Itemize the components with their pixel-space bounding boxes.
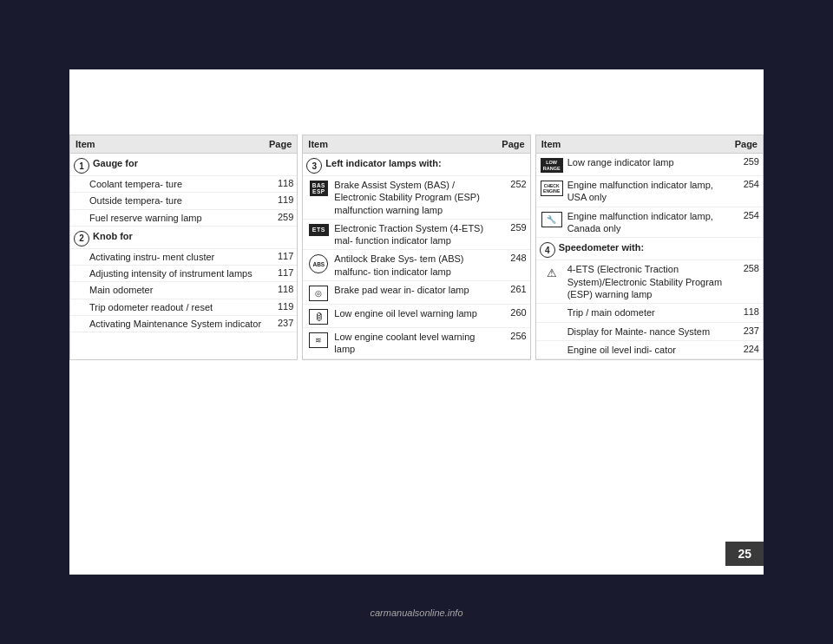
bas-esp-row: BASESP Brake Assist System (BAS) / Elect… xyxy=(303,176,529,220)
knob-main-odo-row: Main odometer 118 xyxy=(70,282,297,299)
gauge-fuel-page: 259 xyxy=(263,212,293,222)
brake-pad-page: 261 xyxy=(496,284,527,294)
engine-canada-label: Engine malfunction indicator lamp, Canad… xyxy=(567,210,729,235)
ets-row: ETS Electronic Traction System (4-ETS) m… xyxy=(303,220,529,251)
coolant-row: ≋ Low engine coolant level warning lamp … xyxy=(303,328,529,359)
gauge-fuel-row: Fuel reserve warning lamp 259 xyxy=(70,210,297,227)
knob-adjusting-label: Adjusting intensity of instrument lamps xyxy=(89,267,263,279)
oil-level-row: 🛢 Low engine oil level warning lamp 260 xyxy=(303,305,529,328)
oil-level-icon: 🛢 xyxy=(306,307,331,325)
display-maint-row: Display for Mainte- nance System 237 xyxy=(536,323,763,341)
trip-main-row: Trip / main odometer 118 xyxy=(536,304,763,322)
gauge-outside-label: Outside tempera- ture xyxy=(89,194,263,207)
knob-maint-row: Activating Maintenance System indicator … xyxy=(70,316,297,332)
knob-trip-odo-row: Trip odometer readout / reset 119 xyxy=(70,299,297,316)
check-engine-usa-icon: CHECKENGINE xyxy=(540,179,564,196)
coolant-icon: ≋ xyxy=(306,331,331,348)
four-ets-page: 258 xyxy=(729,263,759,273)
section3-title: Left indicator lamps with: xyxy=(325,157,495,169)
eng-oil-level-row: Engine oil level indi- cator 224 xyxy=(536,341,763,359)
section4-title: Speedometer with: xyxy=(559,241,729,253)
check-engine-usa-label: Engine malfunction indicator lamp, USA o… xyxy=(567,179,729,204)
gauge-coolant-label: Coolant tempera- ture xyxy=(89,178,263,190)
eng-oil-level-label: Engine oil level indi- cator xyxy=(567,344,729,356)
section2-number: 2 xyxy=(74,231,89,246)
gauge-outside-row: Outside tempera- ture 119 xyxy=(70,193,297,209)
eng-oil-level-page: 224 xyxy=(729,344,759,354)
section3-title-row: 3 Left indicator lamps with: xyxy=(303,154,529,176)
knob-activating-label: Activating instru- ment cluster xyxy=(89,251,263,263)
four-ets-label: 4-ETS (Electronic Traction System)/Elect… xyxy=(567,263,729,300)
knob-maint-page: 237 xyxy=(263,318,293,328)
coolant-page: 256 xyxy=(496,331,527,341)
col3-header: Item Page xyxy=(536,135,763,154)
knob-activating-page: 117 xyxy=(263,251,293,261)
bas-esp-page: 252 xyxy=(496,179,527,189)
brake-pad-icon: ◎ xyxy=(306,284,331,301)
page-number: 25 xyxy=(725,542,764,566)
section1-title-row: 1 Gauge for xyxy=(70,154,297,176)
check-engine-usa-row: CHECKENGINE Engine malfunction indicator… xyxy=(536,176,763,207)
col1-page-header: Page xyxy=(261,139,292,149)
table-col3: Item Page LOWRANGE Low range indicator l… xyxy=(535,135,764,360)
section4-title-row: 4 Speedometer with: xyxy=(536,238,763,260)
display-maint-label: Display for Mainte- nance System xyxy=(567,325,729,338)
bas-esp-label: Brake Assist System (BAS) / Electronic S… xyxy=(334,179,495,216)
display-maint-page: 237 xyxy=(729,325,759,336)
low-range-label: Low range indicator lamp xyxy=(567,156,729,168)
brake-pad-label: Brake pad wear in- dicator lamp xyxy=(334,284,495,296)
trip-main-label: Trip / main odometer xyxy=(567,306,729,319)
page-number-value: 25 xyxy=(738,547,751,561)
col2-page-header: Page xyxy=(495,139,525,149)
trip-main-page: 118 xyxy=(729,306,759,317)
knob-main-odo-label: Main odometer xyxy=(89,284,263,296)
low-range-row: LOWRANGE Low range indicator lamp 259 xyxy=(536,154,763,176)
abs-label: Antilock Brake Sys- tem (ABS) malfunc- t… xyxy=(334,253,495,278)
ets-label: Electronic Traction System (4-ETS) mal- … xyxy=(334,222,495,247)
knob-adjusting-page: 117 xyxy=(263,267,293,278)
four-ets-icon: ⚠ xyxy=(540,263,564,280)
gauge-coolant-row: Coolant tempera- ture 118 xyxy=(70,176,297,193)
trip-main-icon xyxy=(540,306,564,308)
check-engine-usa-page: 254 xyxy=(729,179,759,189)
section3-number: 3 xyxy=(306,158,322,174)
section1-number: 1 xyxy=(74,158,89,174)
section1-title: Gauge for xyxy=(93,157,263,169)
abs-icon: ABS xyxy=(306,253,331,273)
ets-page: 259 xyxy=(496,222,527,233)
knob-trip-odo-page: 119 xyxy=(263,301,293,312)
oil-level-page: 260 xyxy=(496,307,527,318)
engine-canada-page: 254 xyxy=(729,210,759,220)
col3-page-header: Page xyxy=(727,139,758,149)
col1-header: Item Page xyxy=(70,135,297,154)
bas-esp-icon: BASESP xyxy=(306,179,331,196)
col2-item-header: Item xyxy=(308,139,494,149)
abs-row: ABS Antilock Brake Sys- tem (ABS) malfun… xyxy=(303,250,529,281)
section4-number: 4 xyxy=(540,242,555,258)
table-col1: Item Page 1 Gauge for Coolant tempera- t… xyxy=(69,135,298,360)
col1-item-header: Item xyxy=(75,139,261,149)
low-range-page: 259 xyxy=(729,156,759,167)
knob-activating-row: Activating instru- ment cluster 117 xyxy=(70,249,297,266)
section2-title: Knob for xyxy=(93,230,263,242)
gauge-fuel-label: Fuel reserve warning lamp xyxy=(89,212,263,224)
knob-maint-label: Activating Maintenance System indicator xyxy=(89,318,263,330)
oil-level-label: Low engine oil level warning lamp xyxy=(334,307,495,319)
engine-canada-row: 🔧 Engine malfunction indicator lamp, Can… xyxy=(536,207,763,239)
low-range-icon: LOWRANGE xyxy=(540,156,564,173)
ets-icon: ETS xyxy=(306,222,331,236)
bottom-logo: carmanualsonline.info xyxy=(370,608,462,618)
knob-adjusting-row: Adjusting intensity of instrument lamps … xyxy=(70,266,297,282)
abs-page: 248 xyxy=(496,253,527,263)
section2-title-row: 2 Knob for xyxy=(70,227,297,249)
engine-canada-icon: 🔧 xyxy=(540,210,564,227)
coolant-label: Low engine coolant level warning lamp xyxy=(334,331,495,356)
brake-pad-row: ◎ Brake pad wear in- dicator lamp 261 xyxy=(303,281,529,305)
eng-oil-level-icon xyxy=(540,344,564,345)
table-col2: Item Page 3 Left indicator lamps with: B… xyxy=(302,135,530,360)
col2-header: Item Page xyxy=(303,135,529,154)
col3-item-header: Item xyxy=(541,139,727,149)
knob-trip-odo-label: Trip odometer readout / reset xyxy=(89,301,263,313)
gauge-coolant-page: 118 xyxy=(263,178,293,188)
gauge-outside-page: 119 xyxy=(263,194,293,205)
